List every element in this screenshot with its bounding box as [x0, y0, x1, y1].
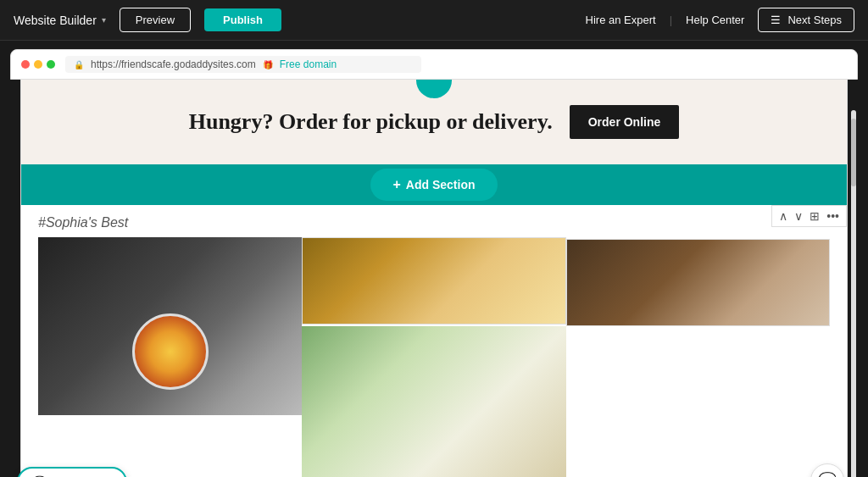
- plus-icon: +: [392, 177, 400, 192]
- gallery-image-food: [302, 237, 565, 324]
- next-steps-label: Next Steps: [787, 14, 842, 26]
- gallery-image-pizza: [38, 237, 302, 415]
- add-section-button[interactable]: + Add Section: [370, 169, 497, 201]
- url-text: https://friendscafe.godaddysites.com: [91, 58, 256, 70]
- brand-label: Website Builder: [14, 14, 97, 27]
- up-arrow-icon[interactable]: ∧: [779, 209, 787, 223]
- gallery-image-wine: [566, 239, 830, 326]
- nav-left: Website Builder ▾ Preview Publish: [14, 8, 281, 32]
- canvas-area: Hungry? Order for pickup or delivery. Or…: [20, 80, 848, 477]
- gallery-title: #Sophia's Best: [38, 215, 128, 230]
- grid-view-icon[interactable]: ⊞: [810, 209, 820, 223]
- browser-chrome: 🔒 https://friendscafe.godaddysites.com 🎁…: [10, 49, 858, 80]
- gallery-image-outdoor: [302, 326, 565, 477]
- scrollbar-track: [851, 110, 856, 477]
- gallery-section: ∧ ∨ ⊞ ••• #Sophia's Best: [21, 205, 847, 477]
- nav-right: Hire an Expert | Help Center ☰ Next Step…: [586, 8, 854, 32]
- chat-icon: 💬: [818, 471, 837, 477]
- next-steps-button[interactable]: ☰ Next Steps: [758, 8, 854, 32]
- canvas-wrapper: Hungry? Order for pickup or delivery. Or…: [10, 80, 858, 477]
- lock-icon: 🔒: [74, 60, 84, 69]
- help-center-link[interactable]: Help Center: [686, 14, 744, 26]
- browser-dots: [21, 60, 55, 69]
- hire-expert-link[interactable]: Hire an Expert: [586, 14, 656, 26]
- hero-section: Hungry? Order for pickup or delivery. Or…: [21, 80, 847, 164]
- contact-us-button[interactable]: 💬 Contact Us: [17, 467, 127, 477]
- scrollbar-thumb[interactable]: [851, 119, 856, 186]
- more-options-icon[interactable]: •••: [826, 209, 839, 223]
- hero-circle-decoration: [416, 80, 452, 98]
- brand-logo[interactable]: Website Builder ▾: [14, 14, 106, 27]
- add-section-bar[interactable]: + Add Section: [21, 164, 847, 205]
- gallery-grid: [38, 237, 830, 477]
- dot-green: [47, 60, 55, 69]
- top-nav: Website Builder ▾ Preview Publish Hire a…: [0, 0, 868, 41]
- down-arrow-icon[interactable]: ∨: [794, 209, 803, 223]
- brand-chevron-icon: ▾: [102, 15, 106, 25]
- preview-button[interactable]: Preview: [120, 8, 191, 32]
- list-icon: ☰: [771, 14, 781, 26]
- gallery-header: #Sophia's Best: [21, 205, 847, 237]
- free-domain-link[interactable]: Free domain: [280, 58, 337, 70]
- dot-red: [21, 60, 30, 69]
- dot-yellow: [34, 60, 42, 69]
- pizza-decoration: [132, 313, 209, 390]
- domain-icon: 🎁: [263, 60, 273, 69]
- gallery-toolbar: ∧ ∨ ⊞ •••: [771, 205, 847, 227]
- order-online-button[interactable]: Order Online: [570, 105, 680, 139]
- publish-button[interactable]: Publish: [204, 8, 281, 31]
- add-section-label: Add Section: [406, 178, 476, 191]
- browser-url-bar[interactable]: 🔒 https://friendscafe.godaddysites.com 🎁…: [65, 56, 421, 73]
- hero-text: Hungry? Order for pickup or delivery.: [189, 109, 553, 135]
- scrollbar[interactable]: [849, 110, 856, 477]
